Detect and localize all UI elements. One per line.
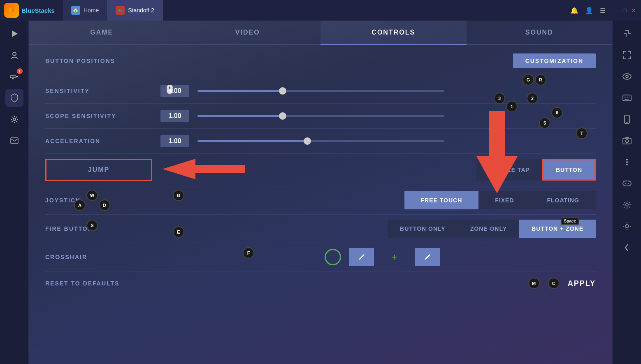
svg-rect-6 bbox=[12, 78, 14, 79]
m-key-badge: M bbox=[528, 278, 540, 289]
rsb-fullscreen-btn[interactable] bbox=[618, 46, 636, 64]
rsb-settings-btn[interactable] bbox=[618, 196, 636, 214]
svg-rect-5 bbox=[16, 76, 18, 77]
main-content: GAME VIDEO CONTROLS SOUND BUTTON POSITIO… bbox=[29, 21, 612, 364]
rsb-brightness-btn[interactable] bbox=[618, 217, 636, 235]
crosshair-controls: + bbox=[169, 248, 596, 266]
g-key-badge: G bbox=[523, 74, 534, 86]
titlebar: BlueStacks 🏠 Home 🎮 Standoff 2 🔔 👤 ☰ — □… bbox=[0, 0, 641, 21]
acceleration-value: 1.00 bbox=[160, 135, 189, 147]
sidebar-gun-btn[interactable]: 1 bbox=[5, 67, 23, 86]
crosshair-plus-btn[interactable]: + bbox=[382, 248, 407, 266]
rsb-screenshot-btn[interactable] bbox=[618, 132, 636, 150]
svg-rect-8 bbox=[11, 138, 18, 144]
svg-marker-9 bbox=[163, 159, 245, 179]
acceleration-slider-container: 1.00 bbox=[160, 135, 596, 147]
button-zone-option[interactable]: BUTTON + ZONE bbox=[519, 220, 596, 238]
tab-video[interactable]: VIDEO bbox=[175, 21, 321, 45]
floating-option[interactable]: FLOATING bbox=[530, 191, 596, 209]
home-tab-icon: 🏠 bbox=[71, 6, 80, 15]
svg-point-30 bbox=[625, 225, 629, 228]
svg-point-23 bbox=[626, 159, 628, 160]
crosshair-row: F CROSSHAIR + bbox=[45, 243, 596, 271]
e-key-badge: E bbox=[173, 226, 184, 238]
tab-game[interactable]: GAME bbox=[29, 21, 175, 45]
free-touch-option[interactable]: FREE TOUCH bbox=[404, 191, 479, 209]
svg-point-24 bbox=[626, 161, 628, 163]
s-key-badge: S bbox=[86, 220, 98, 231]
num5-key-badge: 5 bbox=[539, 117, 550, 129]
tab-controls[interactable]: CONTROLS bbox=[320, 21, 467, 45]
minimize-button[interactable]: — bbox=[612, 7, 619, 14]
rsb-keyboard-btn[interactable] bbox=[618, 89, 636, 107]
d-key-badge: D bbox=[99, 199, 110, 211]
sidebar-play-btn[interactable] bbox=[5, 25, 23, 43]
home-tab[interactable]: 🏠 Home bbox=[63, 0, 107, 21]
account-icon[interactable]: 👤 bbox=[585, 7, 593, 14]
crosshair-edit2-btn[interactable] bbox=[415, 248, 440, 266]
acceleration-label: ACCELERATION bbox=[45, 138, 160, 144]
num3-key-badge: 3 bbox=[494, 93, 505, 104]
nav-tabs: GAME VIDEO CONTROLS SOUND bbox=[29, 21, 612, 45]
sidebar-shield-btn[interactable] bbox=[5, 89, 23, 107]
space-key-badge: Space bbox=[561, 217, 579, 225]
home-tab-label: Home bbox=[84, 7, 99, 14]
rsb-more-btn[interactable] bbox=[618, 153, 636, 171]
fire-button-label: FIRE BUTTON bbox=[45, 225, 160, 232]
main-layout: 1 GAME VIDEO CONTROLS SOUND bbox=[0, 21, 641, 364]
svg-point-3 bbox=[13, 52, 16, 56]
menu-icon[interactable]: ☰ bbox=[600, 7, 606, 14]
acceleration-slider[interactable] bbox=[197, 140, 444, 142]
sidebar-settings-btn[interactable] bbox=[5, 110, 23, 128]
left-sidebar: 1 bbox=[0, 21, 29, 364]
close-button[interactable]: ✕ bbox=[630, 7, 637, 14]
rsb-phone-btn[interactable] bbox=[618, 110, 636, 128]
scope-sensitivity-label: SCOPE SENSITIVITY bbox=[45, 113, 160, 119]
game-tab[interactable]: 🎮 Standoff 2 bbox=[107, 0, 163, 21]
zone-only-option[interactable]: ZONE ONLY bbox=[458, 220, 519, 238]
rsb-gamepad2-btn[interactable] bbox=[618, 174, 636, 192]
r-key-badge: R bbox=[535, 74, 546, 86]
svg-point-25 bbox=[626, 164, 628, 165]
notification-icon[interactable]: 🔔 bbox=[570, 7, 578, 14]
game-tab-label: Standoff 2 bbox=[128, 7, 154, 14]
svg-rect-26 bbox=[623, 181, 631, 186]
mouse-icon: 🖱️ bbox=[165, 84, 175, 94]
a-key-badge: A bbox=[74, 199, 86, 211]
sensitivity-label: SENSITIVITY bbox=[45, 88, 160, 94]
sensitivity-slider[interactable] bbox=[197, 90, 444, 92]
tab-sound[interactable]: SOUND bbox=[467, 21, 613, 45]
reset-row: RESET TO DEFAULTS M C APPLY bbox=[45, 271, 596, 295]
titlebar-actions: 🔔 👤 ☰ bbox=[570, 7, 606, 14]
sidebar-mail-btn[interactable] bbox=[5, 132, 23, 150]
button-only-option[interactable]: BUTTON ONLY bbox=[388, 220, 458, 238]
sensitivity-row: 🖱️ SENSITIVITY 1.00 bbox=[45, 79, 596, 104]
rsb-eye-btn[interactable] bbox=[618, 67, 636, 86]
fire-button-row: S E Space FIRE BUTTON BUTTON ONLY ZONE O… bbox=[45, 215, 596, 243]
game-tab-icon: 🎮 bbox=[116, 6, 125, 15]
customization-button[interactable]: CUSTOMIZATION bbox=[513, 53, 596, 68]
sidebar-profile-btn[interactable] bbox=[5, 46, 23, 64]
svg-marker-10 bbox=[476, 111, 518, 193]
c-key-badge: C bbox=[548, 278, 560, 289]
crosshair-edit-btn[interactable] bbox=[349, 248, 374, 266]
scope-sensitivity-slider[interactable] bbox=[197, 115, 444, 117]
rsb-expand-btn[interactable] bbox=[618, 25, 636, 43]
jump-button[interactable]: JUMP bbox=[45, 159, 152, 181]
right-sidebar bbox=[612, 21, 641, 364]
svg-rect-21 bbox=[623, 138, 631, 144]
maximize-button[interactable]: □ bbox=[621, 7, 628, 14]
num2-key-badge: 2 bbox=[527, 93, 538, 104]
b-key-badge: B bbox=[173, 190, 184, 201]
apply-button[interactable]: APPLY bbox=[568, 279, 596, 288]
svg-marker-1 bbox=[9, 7, 12, 13]
button-option[interactable]: BUTTON bbox=[542, 159, 596, 181]
reset-button[interactable]: RESET TO DEFAULTS bbox=[45, 280, 120, 287]
num1-key-badge: 1 bbox=[506, 101, 518, 112]
rsb-back-btn[interactable] bbox=[618, 239, 636, 257]
svg-point-7 bbox=[13, 118, 16, 121]
svg-point-12 bbox=[626, 75, 628, 78]
app-logo: BlueStacks bbox=[4, 3, 55, 18]
scope-sensitivity-slider-container: 1.00 bbox=[160, 110, 596, 122]
settings-content: BUTTON POSITIONS CUSTOMIZATION 🖱️ SENSIT… bbox=[29, 45, 612, 364]
